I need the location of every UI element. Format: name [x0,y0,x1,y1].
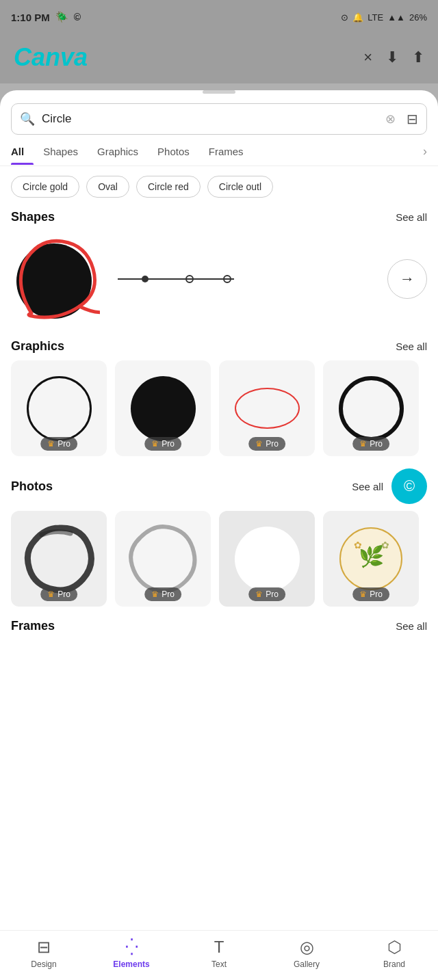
crown-icon-1: ♛ [47,439,55,449]
crown-icon-4: ♛ [359,439,367,449]
graphic-item-2[interactable]: ♛ Pro [115,360,211,456]
svg-text:✿: ✿ [354,540,362,551]
shapes-arrow-button[interactable]: → [387,259,427,299]
status-left: 1:10 PM 🪲 © [11,11,81,23]
time: 1:10 PM [11,12,50,23]
tab-frames[interactable]: Frames [199,146,253,164]
brush-circle-dark-svg [21,521,96,596]
pro-badge-3: ♛ Pro [248,437,285,451]
download-icon[interactable]: ⬇ [386,49,398,66]
search-container: 🔍 ⊗ ⊟ [0,94,438,135]
status-bar: 1:10 PM 🪲 © ⊙ 🔔 LTE ▲▲ 26% [0,0,438,34]
gallery-icon: ◎ [300,938,314,957]
pro-badge-1: ♛ Pro [40,437,77,451]
nav-brand[interactable]: ⬡ Brand [370,938,418,969]
graphics-row: ♛ Pro ♛ Pro ♛ Pro ♛ Pro [0,360,438,456]
svg-point-1 [142,276,149,282]
search-clear-button[interactable]: ⊗ [385,111,396,127]
crown-icon-2: ♛ [151,439,159,449]
graphics-see-all[interactable]: See all [396,341,427,352]
pro-badge-4: ♛ Pro [352,437,389,451]
header-icons: × ⬇ ⬆ [363,49,424,66]
location-icon: ⊙ [341,12,348,23]
search-input[interactable] [42,112,378,126]
gallery-label: Gallery [294,959,320,969]
tab-shapes[interactable]: Shapes [34,146,88,164]
canva-header: Canva × ⬇ ⬆ [0,34,438,83]
tab-photos[interactable]: Photos [148,146,199,164]
canva-status-icon: © [74,12,81,23]
graphics-section-header: Graphics See all [0,327,438,360]
circle-outline-shape [27,376,92,441]
tabs-more-arrow[interactable]: › [423,144,427,165]
brush-circle-light-svg [125,521,201,596]
tab-all[interactable]: All [11,146,34,164]
photos-see-all[interactable]: See all [352,481,383,492]
bug-icon: 🪲 [55,11,68,23]
svg-text:✿: ✿ [381,540,389,551]
pro-label-photo-3: Pro [266,590,279,599]
pills-container: Circle gold Oval Circle red Circle outl [0,166,438,198]
circle-filled-shape [131,376,196,441]
crown-icon-photo-1: ♛ [47,590,55,599]
brand-label: Brand [383,959,405,969]
search-filter-button[interactable]: ⊟ [407,111,418,127]
photo-item-1[interactable]: ♛ Pro [11,511,107,607]
elements-icon: ⁛ [125,938,138,957]
crown-icon-3: ♛ [255,439,263,449]
elements-label: Elements [113,959,149,969]
status-right: ⊙ 🔔 LTE ▲▲ 26% [341,12,427,23]
share-icon[interactable]: ⬆ [412,49,424,66]
shapes-section-header: Shapes See all [0,198,438,231]
svg-point-3 [224,276,231,282]
crown-icon-photo-4: ♛ [359,590,367,599]
photos-row: ♛ Pro ♛ Pro ♛ Pro 🌿 [0,511,438,607]
circle-outline-thick-shape [339,376,404,441]
photos-section-header: Photos See all © [0,456,438,511]
shape-annotated-circle[interactable] [11,231,100,327]
crown-icon-photo-3: ♛ [255,590,263,599]
graphic-item-1[interactable]: ♛ Pro [11,360,107,456]
pro-badge-photo-2: ♛ Pro [144,587,181,601]
crown-icon-photo-2: ♛ [151,590,159,599]
pill-circle-outline[interactable]: Circle outl [207,176,273,198]
nav-text[interactable]: T Text [195,938,243,969]
pro-label-photo-2: Pro [162,590,175,599]
nav-gallery[interactable]: ◎ Gallery [283,938,331,969]
graphics-title: Graphics [11,339,64,354]
tab-graphics[interactable]: Graphics [88,146,148,164]
nav-elements[interactable]: ⁛ Elements [107,938,155,969]
pro-badge-photo-4: ♛ Pro [352,587,389,601]
pill-oval[interactable]: Oval [86,176,129,198]
nav-design[interactable]: ⊟ Design [20,938,68,969]
frames-section-header: Frames See all [0,607,438,640]
signal-icon: LTE [368,12,383,23]
shape-line[interactable] [111,269,376,289]
shapes-see-all[interactable]: See all [396,211,427,223]
white-circle [235,527,300,592]
pro-label-1: Pro [57,439,70,449]
pro-label-4: Pro [370,439,383,449]
close-button[interactable]: × [363,49,372,66]
frames-see-all[interactable]: See all [396,620,427,632]
pro-badge-photo-1: ♛ Pro [40,587,77,601]
pro-badge-photo-3: ♛ Pro [248,587,285,601]
brand-icon: ⬡ [387,938,402,957]
pill-circle-gold[interactable]: Circle gold [11,176,79,198]
search-bar: 🔍 ⊗ ⊟ [11,103,427,135]
wifi-icon: ▲▲ [387,12,405,23]
svg-point-2 [186,276,193,282]
shapes-row: → [0,231,438,327]
graphic-item-4[interactable]: ♛ Pro [323,360,419,456]
pro-label-photo-4: Pro [370,590,383,599]
graphic-item-3[interactable]: ♛ Pro [219,360,315,456]
photo-item-3[interactable]: ♛ Pro [219,511,315,607]
teal-action-icon[interactable]: © [391,468,427,504]
photo-item-2[interactable]: ♛ Pro [115,511,211,607]
shapes-title: Shapes [11,210,55,224]
text-icon: T [214,938,224,957]
photo-item-4[interactable]: 🌿 ✿ ✿ ♛ Pro [323,511,419,607]
photos-title: Photos [11,479,53,494]
pill-circle-red[interactable]: Circle red [136,176,201,198]
frames-title: Frames [11,619,55,633]
